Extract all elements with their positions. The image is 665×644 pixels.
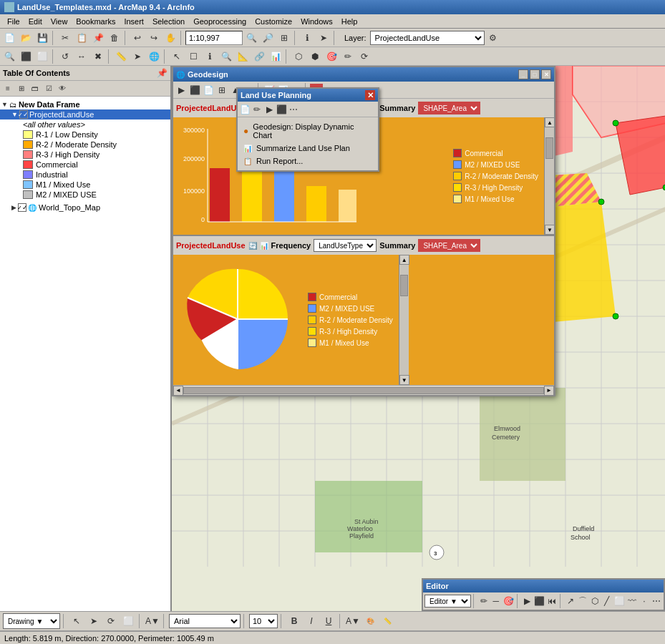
toc-world-checkbox[interactable]: ✓ xyxy=(18,203,26,212)
cut-btn[interactable]: ✂ xyxy=(57,30,73,46)
geodesign-maximize-btn[interactable]: □ xyxy=(530,69,540,79)
font-size-select[interactable]: 10 xyxy=(249,614,278,628)
editor-line-btn[interactable]: ╱ xyxy=(601,595,613,608)
scroll2-thumb[interactable] xyxy=(400,275,408,296)
rotate2-btn[interactable]: ⟳ xyxy=(356,49,372,64)
chart2-type-select[interactable]: LandUseType xyxy=(314,239,377,252)
delete-btn[interactable]: 🗑 xyxy=(107,30,122,46)
topology-btn[interactable]: ⬢ xyxy=(307,49,323,64)
toc-world-topo[interactable]: ▶ ✓ 🌐 World_Topo_Map xyxy=(0,203,170,213)
editor-more-btn[interactable]: ⋯ xyxy=(651,595,662,608)
lup-edit-btn[interactable]: ✏ xyxy=(251,104,263,115)
menu-windows[interactable]: Windows xyxy=(296,16,337,26)
geodesign-minimize-btn[interactable]: _ xyxy=(518,69,528,79)
pan-btn[interactable]: ✋ xyxy=(162,30,178,46)
zoom-area-btn[interactable]: ⬛ xyxy=(18,49,34,64)
editor-curve-btn[interactable]: ⌒ xyxy=(577,595,588,608)
select-btn[interactable]: ➤ xyxy=(316,30,331,46)
edit-vertex-btn[interactable]: ⬡ xyxy=(291,49,306,64)
font-select[interactable]: Arial xyxy=(169,614,241,628)
menu-bookmarks[interactable]: Bookmarks xyxy=(72,16,120,26)
editor-dash-btn[interactable]: ─ xyxy=(490,595,502,608)
draw-rect-btn[interactable]: ⬜ xyxy=(120,613,136,629)
editor-poly-btn[interactable]: ⬡ xyxy=(589,595,601,608)
menu-geoprocessing[interactable]: Geoprocessing xyxy=(189,16,251,26)
zoom-fixed-btn[interactable]: 🔍 xyxy=(1,49,17,64)
menu-selection[interactable]: Selection xyxy=(148,16,189,26)
hyperlink-btn[interactable]: 🔗 xyxy=(251,49,267,64)
menu-view[interactable]: View xyxy=(47,16,72,26)
toc-dataframe[interactable]: ▼ 🗂 New Data Frame xyxy=(0,99,170,109)
gd-stop-btn[interactable]: ⬛ xyxy=(188,84,201,97)
draw-rotate-btn[interactable]: ⟳ xyxy=(103,613,119,629)
info-btn[interactable]: ℹ xyxy=(202,49,218,64)
scroll2-down-btn[interactable]: ▼ xyxy=(399,375,409,385)
gd-new-btn[interactable]: 📄 xyxy=(202,84,215,97)
toc-select-btn[interactable]: ☑ xyxy=(42,82,55,95)
globe-btn[interactable]: 🌐 xyxy=(146,49,162,64)
scale-box[interactable]: 1:10,997 xyxy=(185,31,243,45)
zoom-in-btn[interactable]: 🔍 xyxy=(243,30,259,46)
zoom-out-btn[interactable]: 🔎 xyxy=(260,30,276,46)
toc-list-btn[interactable]: ≡ xyxy=(1,82,14,95)
draw-ptr-btn[interactable]: ➤ xyxy=(86,613,102,629)
lup-report-item[interactable]: 📋 Run Report... xyxy=(238,155,378,167)
clear-sel-btn[interactable]: ✖ xyxy=(90,49,106,64)
menu-customize[interactable]: Customize xyxy=(251,16,296,26)
lup-summarize-item[interactable]: 📊 Summarize Land Use Plan xyxy=(238,142,378,155)
toc-layer-projected[interactable]: ▼ ✓ ProjectedLandUse xyxy=(0,109,170,119)
draw-arrow-btn[interactable]: ↖ xyxy=(69,613,84,629)
editor-point-btn[interactable]: · xyxy=(639,595,650,608)
open-btn[interactable]: 📂 xyxy=(18,30,34,46)
arrow-tool-btn[interactable]: ↖ xyxy=(169,49,185,64)
goto-btn[interactable]: ➤ xyxy=(130,49,145,64)
lup-play-btn[interactable]: ▶ xyxy=(263,104,275,115)
paste-btn[interactable]: 📌 xyxy=(90,30,106,46)
layer-options-btn[interactable]: ⚙ xyxy=(485,30,501,46)
toc-pin-btn[interactable]: 📌 xyxy=(156,67,168,79)
lup-options-btn[interactable]: ⋯ xyxy=(288,104,299,115)
menu-help[interactable]: Help xyxy=(337,16,362,26)
select2-btn[interactable]: ☐ xyxy=(185,49,201,64)
new-btn[interactable]: 📄 xyxy=(1,30,17,46)
full-extent-btn[interactable]: ⊞ xyxy=(276,30,292,46)
snap-btn[interactable]: 🎯 xyxy=(324,49,339,64)
scroll-thumb[interactable] xyxy=(545,137,553,159)
toc-visi-btn[interactable]: 👁 xyxy=(56,82,69,95)
scroll2-up-btn[interactable]: ▲ xyxy=(399,255,409,265)
identify-btn[interactable]: ℹ xyxy=(299,30,315,46)
chart2-field-select[interactable]: SHAPE_Area xyxy=(418,239,480,252)
pan2-btn[interactable]: ↔ xyxy=(74,49,89,64)
scroll-up-btn[interactable]: ▲ xyxy=(545,117,555,127)
underline-btn[interactable]: U xyxy=(321,613,336,629)
editor-rewind-btn[interactable]: ⏮ xyxy=(546,595,558,608)
italic-btn[interactable]: I xyxy=(304,613,319,629)
menu-insert[interactable]: Insert xyxy=(120,16,148,26)
lup-new-btn[interactable]: 📄 xyxy=(239,104,251,115)
editor-stop-btn[interactable]: ⬛ xyxy=(533,595,545,608)
zoom-layer-btn[interactable]: ⬜ xyxy=(34,49,50,64)
toc-tree-btn[interactable]: ⊞ xyxy=(15,82,28,95)
gd-play-btn[interactable]: ▶ xyxy=(175,84,188,97)
find-btn[interactable]: 🔍 xyxy=(218,49,234,64)
bold-btn[interactable]: B xyxy=(286,613,302,629)
editor-pencil-btn[interactable]: ✏ xyxy=(478,595,490,608)
save-btn[interactable]: 💾 xyxy=(34,30,50,46)
gd-grid-btn[interactable]: ⊞ xyxy=(215,84,228,97)
fill-color-btn[interactable]: 🎨 xyxy=(362,613,378,629)
editor-play-btn[interactable]: ▶ xyxy=(521,595,533,608)
toc-source-btn[interactable]: 🗃 xyxy=(29,82,42,95)
geodesign-close-btn[interactable]: ✕ xyxy=(541,69,551,79)
measure2-btn[interactable]: 📐 xyxy=(235,49,251,64)
graph-btn[interactable]: 📊 xyxy=(268,49,283,64)
redo-btn[interactable]: ↪ xyxy=(146,30,162,46)
rotate-btn[interactable]: ↺ xyxy=(57,49,73,64)
scroll-down-btn[interactable]: ▼ xyxy=(545,225,555,235)
chart2-chart-icon[interactable]: 📊 xyxy=(260,242,268,250)
undo-btn[interactable]: ↩ xyxy=(130,30,145,46)
toc-layer-checkbox[interactable]: ✓ xyxy=(19,110,28,119)
editor-rect-btn[interactable]: ⬜ xyxy=(613,595,626,608)
menu-file[interactable]: File xyxy=(3,16,24,26)
hscroll-thumb[interactable] xyxy=(183,387,544,394)
edit3-btn[interactable]: ✏ xyxy=(340,49,356,64)
